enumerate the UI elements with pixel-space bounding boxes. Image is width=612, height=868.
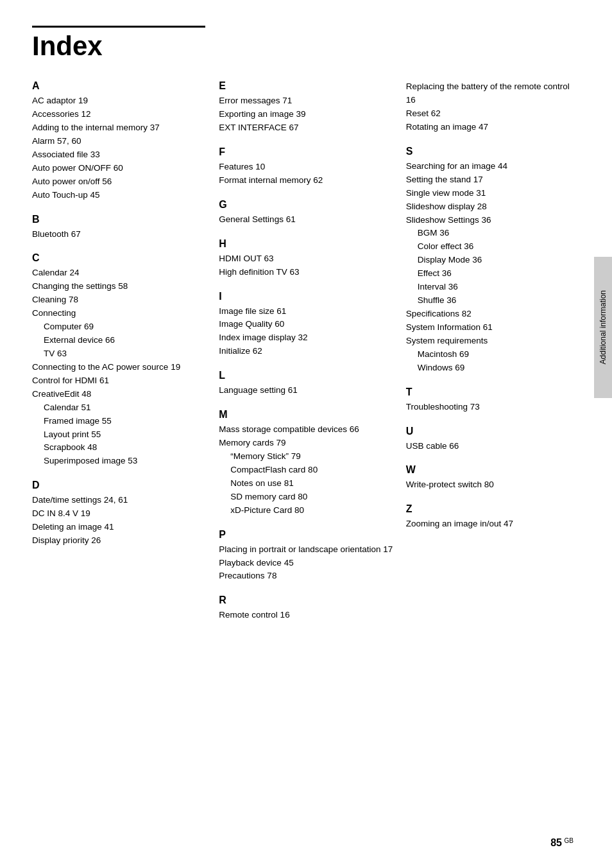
index-entry: Setting the stand 17 (406, 173, 580, 187)
index-entry: “Memory Stick” 79 (219, 450, 393, 464)
index-entry: Memory cards 79 (219, 437, 393, 450)
index-entry: Mass storage compatible devices 66 (219, 423, 393, 437)
page: Index AAC adaptor 19Accessories 12Adding… (0, 0, 612, 868)
page-number: 85 GB (550, 837, 574, 849)
index-entry: Features 10 (219, 161, 393, 174)
index-entry: High definition TV 63 (219, 266, 393, 279)
index-entry: TV 63 (32, 347, 206, 361)
index-entry: Single view mode 31 (406, 187, 580, 200)
index-entry: Display Mode 36 (406, 254, 580, 267)
index-entry: Connecting to the AC power source 19 (32, 361, 206, 374)
index-entry: Notes on use 81 (219, 477, 393, 490)
index-entry: Alarm 57, 60 (32, 135, 206, 148)
index-entry: BGM 36 (406, 227, 580, 240)
section-letter-e: E (219, 80, 393, 92)
section-letter-b: B (32, 214, 206, 225)
index-entry: Replacing the battery of the remote cont… (406, 80, 580, 107)
index-entry: Windows 69 (406, 361, 580, 375)
index-entry: SD memory card 80 (219, 490, 393, 504)
index-entry: System Information 61 (406, 321, 580, 334)
index-entry: CompactFlash card 80 (219, 464, 393, 477)
index-entry: System requirements (406, 334, 580, 348)
index-entry: Precautions 78 (219, 569, 393, 583)
index-entry: Calendar 51 (32, 401, 206, 415)
index-entry: Format internal memory 62 (219, 174, 393, 187)
index-entry: EXT INTERFACE 67 (219, 121, 393, 135)
index-entry: Color effect 36 (406, 240, 580, 254)
index-entry: Zooming an image in/out 47 (406, 517, 580, 531)
column-1: AAC adaptor 19Accessories 12Adding to th… (32, 80, 219, 622)
index-entry: Reset 62 (406, 107, 580, 121)
index-entry: Scrapbook 48 (32, 441, 206, 455)
page-title: Index (32, 31, 580, 61)
index-entry: Placing in portrait or landscape orienta… (219, 543, 393, 557)
index-entry: Effect 36 (406, 267, 580, 281)
index-entry: Playback device 45 (219, 557, 393, 570)
index-entry: Shuffle 36 (406, 294, 580, 308)
section-letter-w: W (406, 464, 580, 476)
section-letter-p: P (219, 529, 393, 541)
index-entry: Auto power ON/OFF 60 (32, 162, 206, 175)
index-entry: Bluetooth 67 (32, 228, 206, 241)
index-entry: Exporting an image 39 (219, 108, 393, 121)
section-letter-c: C (32, 252, 206, 264)
section-letter-t: T (406, 386, 580, 398)
page-suffix: GB (565, 837, 574, 844)
index-entry: DC IN 8.4 V 19 (32, 507, 206, 521)
column-2: EError messages 71Exporting an image 39E… (219, 80, 405, 622)
index-entry: Framed image 55 (32, 415, 206, 428)
index-entry: Control for HDMI 61 (32, 374, 206, 388)
index-entry: Cleaning 78 (32, 293, 206, 307)
index-entry: Adding to the internal memory 37 (32, 121, 206, 135)
index-entry: Macintosh 69 (406, 348, 580, 361)
index-entry: Accessories 12 (32, 108, 206, 121)
index-entry: Interval 36 (406, 281, 580, 294)
index-entry: Specifications 82 (406, 308, 580, 321)
index-entry: Auto power on/off 56 (32, 175, 206, 189)
index-entry: Associated file 33 (32, 148, 206, 162)
section-letter-a: A (32, 80, 206, 92)
index-entry: Slideshow Settings 36 (406, 214, 580, 227)
index-entry: Write-protect switch 80 (406, 478, 580, 492)
index-entry: Rotating an image 47 (406, 121, 580, 134)
section-letter-z: Z (406, 503, 580, 515)
section-letter-f: F (219, 146, 393, 158)
index-entry: Initialize 62 (219, 345, 393, 358)
section-letter-s: S (406, 146, 580, 157)
index-entry: CreativeEdit 48 (32, 388, 206, 401)
index-entry: Remote control 16 (219, 609, 393, 622)
index-entry: AC adaptor 19 (32, 94, 206, 108)
section-letter-h: H (219, 238, 393, 250)
section-letter-d: D (32, 480, 206, 491)
sidebar-label: Additional information (599, 290, 608, 364)
column-3: Replacing the battery of the remote cont… (406, 80, 580, 622)
index-entry: Computer 69 (32, 320, 206, 334)
index-entry: Image Quality 60 (219, 318, 393, 331)
section-letter-u: U (406, 426, 580, 437)
index-entry: Error messages 71 (219, 94, 393, 108)
index-entry: Deleting an image 41 (32, 521, 206, 534)
index-entry: Layout print 55 (32, 428, 206, 442)
section-letter-i: I (219, 291, 393, 302)
index-entry: Troubleshooting 73 (406, 401, 580, 414)
index-entry: General Settings 61 (219, 213, 393, 227)
index-entry: Changing the settings 58 (32, 280, 206, 293)
index-entry: Slideshow display 28 (406, 200, 580, 214)
section-letter-g: G (219, 199, 393, 211)
index-entry: xD-Picture Card 80 (219, 504, 393, 517)
index-entry: Connecting (32, 307, 206, 320)
section-letter-m: M (219, 409, 393, 421)
index-entry: External device 66 (32, 334, 206, 347)
sidebar-tab: Additional information (594, 257, 612, 398)
index-entry: Index image display 32 (219, 331, 393, 345)
index-entry: HDMI OUT 63 (219, 252, 393, 266)
index-entry: Language setting 61 (219, 384, 393, 397)
section-letter-l: L (219, 370, 393, 381)
index-entry: Display priority 26 (32, 534, 206, 548)
index-entry: Date/time settings 24, 61 (32, 494, 206, 507)
page-num-value: 85 (550, 837, 562, 848)
index-entry: Image file size 61 (219, 305, 393, 318)
top-border (32, 26, 205, 28)
index-entry: Calendar 24 (32, 266, 206, 280)
index-entry: Superimposed image 53 (32, 455, 206, 468)
